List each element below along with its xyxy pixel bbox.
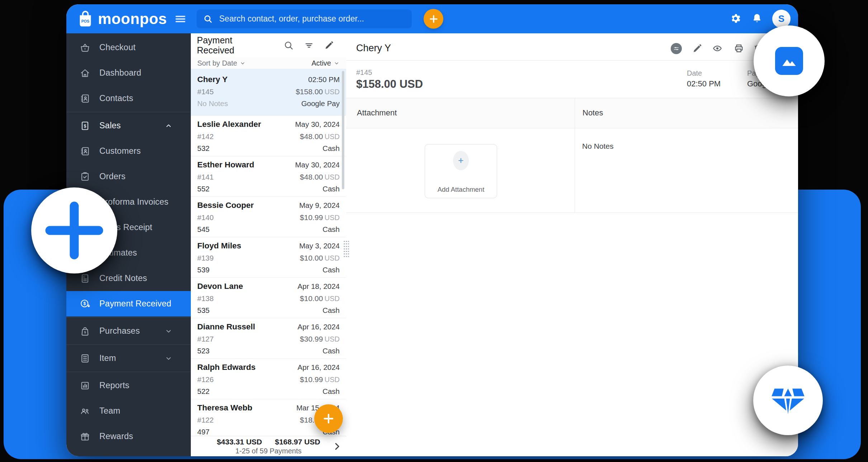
payment-number: #142 xyxy=(197,132,214,141)
sidebar-item-purchases[interactable]: $Purchases xyxy=(66,318,191,344)
footer-total-secondary: $168.97 USD xyxy=(275,438,320,446)
plus-icon xyxy=(428,13,439,25)
settings-gear-icon[interactable] xyxy=(730,13,741,24)
book-icon xyxy=(80,146,90,157)
payment-number: #127 xyxy=(197,335,214,343)
divider xyxy=(346,213,798,213)
sidebar-item-sales[interactable]: $Sales xyxy=(66,113,191,138)
payment-date: Apr 18, 2024 xyxy=(298,282,340,291)
detail-edit-icon[interactable] xyxy=(692,43,703,54)
payment-method: Cash xyxy=(322,306,340,315)
amount-value: $48.00 xyxy=(300,173,323,181)
payment-amount: $30.99 USD xyxy=(300,335,340,343)
chevron-down-icon xyxy=(334,60,340,66)
amount-currency: USD xyxy=(325,295,340,303)
sort-by-label: Sort by Date xyxy=(197,59,237,67)
sidebar-item-payment-received[interactable]: $Payment Received xyxy=(66,291,191,316)
payment-customer-name: Chery Y xyxy=(197,75,228,84)
add-payment-fab[interactable] xyxy=(314,404,343,433)
status-filter-label: Active xyxy=(312,59,331,67)
sidebar-item-rewards[interactable]: Rewards xyxy=(66,424,191,449)
search-input[interactable] xyxy=(218,14,412,24)
payment-date: 02:50 PM xyxy=(308,75,340,84)
payment-list-item[interactable]: Leslie AlexanderMay 30, 2024#142$48.00 U… xyxy=(191,116,346,156)
sidebar-item-team[interactable]: Team xyxy=(66,398,191,424)
panel-resize-handle[interactable] xyxy=(343,240,349,257)
payment-list-item[interactable]: Ralph EdwardsApr 16, 2024#126$10.99 USD5… xyxy=(191,359,346,399)
sidebar-item-orders[interactable]: Orders xyxy=(66,164,191,189)
payment-amount: $10.00 USD xyxy=(300,254,340,262)
sidebar-divider xyxy=(66,112,191,112)
payment-list-item[interactable]: Devon LaneApr 18, 2024#138$10.00 USD535C… xyxy=(191,278,346,318)
sidebar-item-label: Purchases xyxy=(99,326,140,336)
payment-reference: 539 xyxy=(197,266,209,274)
amount-currency: USD xyxy=(325,335,340,343)
chart-icon xyxy=(80,380,90,391)
sidebar-divider xyxy=(66,372,191,372)
amount-currency: USD xyxy=(325,214,340,222)
payment-amount: $10.99 USD xyxy=(300,375,340,384)
list-filter-icon[interactable] xyxy=(304,40,314,51)
chevron-up-icon xyxy=(165,122,173,130)
payment-amount: $48.00 USD xyxy=(300,132,340,141)
notifications-bell-icon[interactable] xyxy=(751,13,763,24)
global-search[interactable] xyxy=(197,9,412,28)
sidebar-item-companies[interactable]: Companies xyxy=(66,449,191,456)
list-edit-icon[interactable] xyxy=(324,40,334,51)
payment-number: #138 xyxy=(197,294,214,303)
sidebar-item-label: Item xyxy=(99,353,116,363)
payment-list-item[interactable]: Floyd MilesMay 3, 2024#139$10.00 USD539C… xyxy=(191,237,346,278)
list-scrollbar-thumb[interactable] xyxy=(342,71,344,189)
svg-text:$: $ xyxy=(84,330,86,334)
search-icon xyxy=(203,14,213,24)
payment-method: Cash xyxy=(322,266,340,274)
detail-number: #145 xyxy=(356,68,372,77)
payment-reference: 545 xyxy=(197,225,209,234)
detail-date-label: Date xyxy=(687,69,702,77)
list-panel-header: Payment Received xyxy=(191,33,346,58)
list-search-icon[interactable] xyxy=(283,40,294,51)
sidebar-item-checkout[interactable]: Checkout xyxy=(66,35,191,60)
add-attachment-button[interactable]: Add Attachment xyxy=(425,144,497,198)
payment-list-item[interactable]: Bessie CooperMay 9, 2024#140$10.99 USD54… xyxy=(191,197,346,237)
sidebar-divider xyxy=(66,317,191,318)
sidebar-item-dashboard[interactable]: Dashboard xyxy=(66,60,191,86)
payment-list-item[interactable]: Dianne RussellApr 16, 2024#127$30.99 USD… xyxy=(191,318,346,359)
book-icon xyxy=(80,93,90,104)
detail-print-icon[interactable] xyxy=(733,43,744,54)
quick-add-button[interactable] xyxy=(424,9,443,29)
sidebar-item-label: Team xyxy=(99,406,120,416)
sidebar-item-label: Credit Notes xyxy=(99,273,147,283)
status-filter-dropdown[interactable]: Active xyxy=(312,59,340,67)
payment-reference: 552 xyxy=(197,185,209,193)
sort-by-dropdown[interactable]: Sort by Date xyxy=(197,59,246,67)
payment-customer-name: Theresa Webb xyxy=(197,403,252,413)
next-page-chevron-icon[interactable] xyxy=(332,442,342,451)
sidebar-item-reports[interactable]: Reports xyxy=(66,373,191,398)
payment-method: Google Pay xyxy=(301,99,340,108)
app-logo-text: moonpos xyxy=(98,10,167,28)
payment-detail-panel: Chery Y #145 $158.00 USD Date 02:50 PM P… xyxy=(346,33,798,456)
sidebar-item-contacts[interactable]: Contacts xyxy=(66,86,191,111)
plus-icon xyxy=(38,195,110,266)
app-window: POS moonpos S CheckoutDashboardContacts$… xyxy=(66,4,798,456)
amount-currency: USD xyxy=(325,254,340,262)
payment-list-item[interactable]: Esther HowardMay 30, 2024#141$48.00 USD5… xyxy=(191,156,346,197)
sidebar-item-item[interactable]: Item xyxy=(66,346,191,371)
detail-adjust-icon[interactable] xyxy=(671,43,682,54)
sidebar-item-label: Customers xyxy=(99,146,141,156)
detail-preview-icon[interactable] xyxy=(712,43,723,54)
payment-number: #126 xyxy=(197,375,214,384)
payment-list-item[interactable]: Chery Y02:50 PM#145$158.00 USDNo NotesGo… xyxy=(191,69,346,116)
plus-icon xyxy=(457,157,464,164)
payment-date: May 9, 2024 xyxy=(299,201,340,210)
amount-value: $158.00 xyxy=(296,87,323,96)
footer-total-primary: $433.31 USD xyxy=(217,438,262,446)
sidebar-divider xyxy=(66,344,191,345)
payment-reference: 523 xyxy=(197,347,209,355)
amount-value: $30.99 xyxy=(300,335,323,343)
menu-hamburger-icon[interactable] xyxy=(174,13,187,25)
payrec-icon: $ xyxy=(80,299,90,309)
amount-value: $48.00 xyxy=(300,132,323,140)
sidebar-item-customers[interactable]: Customers xyxy=(66,138,191,164)
